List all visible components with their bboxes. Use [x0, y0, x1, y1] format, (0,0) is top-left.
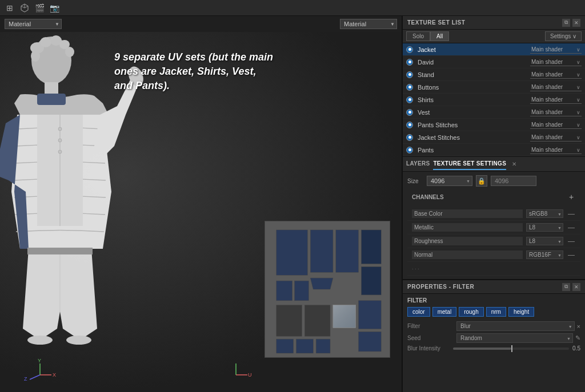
- shader-dropdown-stand[interactable]: Main shader: [530, 71, 582, 79]
- filter-close-btn[interactable]: ×: [577, 323, 580, 330]
- channel-row-metallic: Metallic L8 —: [407, 221, 580, 235]
- shader-dropdown-jacket-stitches-wrapper[interactable]: Main shader: [530, 134, 582, 142]
- properties-title-bar: PROPERTIES - FILTER ⧉ ✕: [403, 280, 585, 294]
- channel-format-metallic[interactable]: L8: [526, 223, 563, 232]
- shader-dropdown-buttons-wrapper[interactable]: Main shader: [530, 83, 582, 91]
- pencil-icon[interactable]: ✎: [575, 334, 580, 342]
- channel-format-base-color-wrapper[interactable]: sRGB8: [526, 209, 563, 218]
- add-channel-btn[interactable]: +: [567, 192, 576, 201]
- shader-dropdown-jacket-stitches[interactable]: Main shader: [530, 134, 582, 142]
- filter-btn-nrm[interactable]: nrm: [486, 307, 506, 317]
- channel-remove-metallic[interactable]: —: [567, 224, 576, 232]
- filter-btn-metal[interactable]: metal: [432, 307, 456, 317]
- uv-set-row-jacket-stitches[interactable]: Jacket Stitches Main shader: [403, 131, 585, 144]
- filter-type-select-wrapper[interactable]: Blur: [456, 321, 575, 331]
- svg-text:X: X: [53, 372, 56, 378]
- channel-format-metallic-wrapper[interactable]: L8: [526, 223, 563, 232]
- filter-btn-height[interactable]: height: [508, 307, 534, 317]
- uv-set-row-buttons[interactable]: Buttons Main shader: [403, 81, 585, 94]
- svg-rect-30: [333, 305, 356, 328]
- svg-point-11: [58, 127, 62, 131]
- shader-dropdown-shirts[interactable]: Main shader: [530, 96, 582, 104]
- shader-dropdown-pants-stitches-wrapper[interactable]: Main shader: [530, 121, 582, 129]
- svg-point-5: [65, 47, 74, 57]
- uv-set-row-jacket[interactable]: Jacket Main shader: [403, 43, 585, 56]
- channel-row-roughness: Roughness L8 —: [407, 235, 580, 248]
- shader-dropdown-pants-stitches[interactable]: Main shader: [530, 121, 582, 129]
- channel-name-base-color: Base Color: [412, 209, 523, 218]
- channel-format-normal[interactable]: RGB16F: [526, 250, 563, 259]
- seed-select[interactable]: Random: [456, 333, 573, 343]
- properties-restore-btn[interactable]: ⧉: [562, 283, 570, 291]
- uv-set-name-stand: Stand: [418, 71, 530, 78]
- channel-format-base-color[interactable]: sRGB8: [526, 209, 563, 218]
- filter-type-select[interactable]: Blur: [456, 321, 575, 331]
- grid-icon[interactable]: ⊞: [5, 3, 15, 13]
- size-select-wrapper[interactable]: 4096: [427, 176, 472, 186]
- channel-format-normal-wrapper[interactable]: RGB16F: [526, 250, 563, 259]
- blur-slider-thumb[interactable]: [511, 345, 512, 352]
- viewport-right-dropdown[interactable]: Material: [340, 19, 397, 29]
- shader-dropdown-david-wrapper[interactable]: Main shader: [530, 58, 582, 66]
- viewport-right-dropdown-wrapper[interactable]: Material: [340, 19, 397, 29]
- channel-remove-roughness[interactable]: —: [567, 237, 576, 245]
- shader-dropdown-shirts-wrapper[interactable]: Main shader: [530, 96, 582, 104]
- shader-dropdown-pants[interactable]: Main shader: [530, 146, 582, 154]
- svg-point-2: [40, 37, 51, 47]
- all-tab[interactable]: All: [430, 31, 449, 41]
- uv-set-row-david[interactable]: David Main shader: [403, 56, 585, 68]
- cube-icon[interactable]: [19, 3, 30, 13]
- camera-icon[interactable]: 🎬: [34, 3, 45, 13]
- channel-format-roughness[interactable]: L8: [526, 237, 563, 245]
- uv-set-row-pants-stitches[interactable]: Pants Stitches Main shader: [403, 119, 585, 131]
- channel-remove-normal[interactable]: —: [567, 251, 576, 259]
- layers-tab[interactable]: LAYERS: [406, 158, 430, 170]
- uv-radio-vest: [406, 109, 413, 116]
- size-select[interactable]: 4096: [427, 176, 472, 186]
- uv-radio-buttons: [406, 84, 413, 91]
- layers-tabs-bar: LAYERS TEXTURE SET SETTINGS ✕: [403, 157, 585, 172]
- svg-rect-21: [336, 230, 359, 272]
- svg-point-16: [27, 336, 53, 345]
- filter-section: FILTER color metal rough nrm height Filt…: [403, 294, 585, 357]
- uv-set-name-buttons: Buttons: [418, 84, 530, 91]
- channel-remove-base-color[interactable]: —: [567, 210, 576, 218]
- viewport-left-dropdown[interactable]: Material: [5, 19, 62, 29]
- shader-dropdown-david[interactable]: Main shader: [530, 58, 582, 66]
- filter-btn-rough[interactable]: rough: [459, 307, 484, 317]
- shader-dropdown-jacket[interactable]: Main shader: [530, 46, 582, 54]
- svg-rect-31: [359, 301, 382, 329]
- restore-btn[interactable]: ⧉: [562, 19, 570, 27]
- size-input[interactable]: [491, 176, 536, 186]
- viewport-left-dropdown-wrapper[interactable]: Material: [5, 19, 62, 29]
- shader-dropdown-stand-wrapper[interactable]: Main shader: [530, 71, 582, 79]
- texture-set-settings-tab[interactable]: TEXTURE SET SETTINGS: [433, 158, 506, 170]
- close-settings-tab-btn[interactable]: ✕: [512, 161, 516, 167]
- solo-tab[interactable]: Solo: [406, 31, 430, 41]
- filter-type-label: Filter: [407, 323, 453, 329]
- uv-set-name-pants: Pants: [418, 147, 530, 153]
- shader-dropdown-buttons[interactable]: Main shader: [530, 83, 582, 91]
- shader-dropdown-vest-wrapper[interactable]: Main shader: [530, 108, 582, 116]
- channel-format-roughness-wrapper[interactable]: L8: [526, 237, 563, 245]
- shader-dropdown-vest[interactable]: Main shader: [530, 108, 582, 116]
- uv-set-row-pants[interactable]: Pants Main shader: [403, 144, 585, 156]
- svg-text:Y: Y: [38, 358, 41, 363]
- lock-button[interactable]: 🔒: [476, 175, 487, 187]
- uv-set-row-stand[interactable]: Stand Main shader: [403, 68, 585, 81]
- close-panel-btn[interactable]: ✕: [572, 19, 580, 27]
- uv-radio-jacket: [406, 46, 413, 53]
- channels-label: Channels: [412, 194, 444, 200]
- photo-icon[interactable]: 📷: [49, 3, 59, 13]
- filter-btn-color[interactable]: color: [407, 307, 430, 317]
- uv-set-row-shirts[interactable]: Shirts Main shader: [403, 94, 585, 106]
- properties-controls: ⧉ ✕: [562, 283, 580, 291]
- uv-set-row-vest[interactable]: Vest Main shader: [403, 106, 585, 119]
- properties-close-btn[interactable]: ✕: [572, 283, 580, 291]
- seed-value-wrapper[interactable]: Random: [456, 333, 573, 343]
- main-layout: Material Material: [0, 16, 585, 392]
- shader-dropdown-pants-wrapper[interactable]: Main shader: [530, 146, 582, 154]
- settings-dropdown-btn[interactable]: Settings ∨: [545, 31, 582, 41]
- shader-dropdown-jacket-wrapper[interactable]: Main shader: [530, 46, 582, 54]
- texture-set-list: TEXTURE SET LIST ⧉ ✕ Solo All Settings ∨…: [403, 16, 585, 157]
